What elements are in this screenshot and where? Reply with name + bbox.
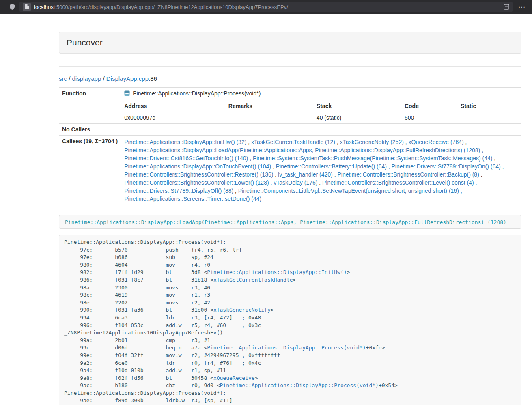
breadcrumb-separator: / xyxy=(67,75,72,82)
page-title: Puncover xyxy=(67,38,514,47)
disassembly-symbol-link[interactable]: Pinetime::Applications::DisplayApp::Proc… xyxy=(220,382,379,388)
stats-row: Address Remarks Stack Code Static 0x0000… xyxy=(59,100,521,124)
callee-link[interactable]: Pinetime::Applications::Screens::Timer::… xyxy=(124,196,261,202)
address-value: 0x0000097c xyxy=(121,112,225,124)
callee-separator: , xyxy=(233,187,238,194)
callee-link[interactable]: Pinetime::Applications::DisplayApp::OnTo… xyxy=(124,163,271,170)
callee-separator: , xyxy=(333,171,338,178)
callee-separator: , xyxy=(271,163,276,170)
shield-icon[interactable] xyxy=(9,4,15,10)
callee-link[interactable]: Pinetime::System::SystemTask::PushMessag… xyxy=(253,155,493,162)
column-stack: Stack xyxy=(313,100,401,112)
disassembly-block: Pinetime::Applications::DisplayApp::Proc… xyxy=(59,235,521,405)
function-label: Function xyxy=(59,88,121,100)
breadcrumb-link[interactable]: DisplayApp.cpp xyxy=(106,75,149,82)
callee-link[interactable]: Pinetime::Components::LittleVgl::SetNewT… xyxy=(238,187,459,194)
callee-separator: , xyxy=(335,139,340,145)
callee-link[interactable]: Pinetime::Controllers::BrightnessControl… xyxy=(322,179,474,186)
callee-separator: , xyxy=(479,171,482,178)
breadcrumb-link[interactable]: displayapp xyxy=(72,75,101,82)
function-type-icon xyxy=(124,90,130,96)
callee-separator: , xyxy=(501,163,504,170)
column-remarks: Remarks xyxy=(225,100,313,112)
main-content: Puncover src / displayapp / DisplayApp.c… xyxy=(59,32,521,405)
url-bar[interactable]: localhost:5000/path/src/displayapp/Displ… xyxy=(19,2,513,12)
static-value xyxy=(457,112,521,124)
breadcrumb: src / displayapp / DisplayApp.cpp:86 xyxy=(59,75,521,82)
callee-separator: , xyxy=(480,147,483,153)
callee-separator: , xyxy=(248,155,253,162)
callee-link[interactable]: xTaskGetCurrentTaskHandle (12) xyxy=(251,139,335,145)
function-name: Pinetime::Applications::DisplayApp::Proc… xyxy=(133,90,261,97)
no-callers-row: No Callers xyxy=(59,124,521,136)
callee-separator: , xyxy=(404,139,409,145)
remarks-value xyxy=(225,112,313,124)
code-value: 500 xyxy=(401,112,457,124)
divider xyxy=(59,66,521,67)
url-text: localhost:5000/path/src/displayapp/Displ… xyxy=(34,4,500,10)
callee-link[interactable]: Pinetime::Controllers::BrightnessControl… xyxy=(124,171,273,178)
callee-signature-box: Pinetime::Applications::DisplayApp::Load… xyxy=(59,215,521,229)
function-row: Function Pinetime::Applications::Display… xyxy=(59,88,521,100)
callee-link[interactable]: Pinetime::Applications::DisplayApp::Load… xyxy=(124,147,480,153)
callees-row: Callees (19, Σ=3704 ) Pinetime::Applicat… xyxy=(59,136,521,206)
callee-signature: Pinetime::Applications::DisplayApp::Load… xyxy=(65,219,506,225)
breadcrumb-link[interactable]: src xyxy=(59,75,67,82)
callees-list: Pinetime::Applications::DisplayApp::Init… xyxy=(124,138,518,203)
disassembly-symbol-link[interactable]: Pinetime::Applications::DisplayApp::Proc… xyxy=(207,345,366,351)
column-address: Address xyxy=(121,100,225,112)
breadcrumb-line-number: :86 xyxy=(149,75,157,82)
callee-separator: , xyxy=(492,155,495,162)
callee-link[interactable]: Pinetime::Controllers::Battery::Update()… xyxy=(276,163,387,170)
browser-toolbar: localhost:5000/path/src/displayapp/Displ… xyxy=(0,0,532,14)
page-icon[interactable] xyxy=(23,3,31,11)
callee-link[interactable]: Pinetime::Applications::DisplayApp::Init… xyxy=(124,139,246,145)
breadcrumb-separator: / xyxy=(101,75,106,82)
function-table: Function Pinetime::Applications::Display… xyxy=(59,87,521,205)
callee-separator: , xyxy=(474,179,477,186)
callee-link[interactable]: Pinetime::Drivers::Cst816S::GetTouchInfo… xyxy=(124,155,248,162)
callee-link[interactable]: xQueueReceive (764) xyxy=(409,139,464,145)
callee-separator: , xyxy=(464,139,467,145)
callee-separator: , xyxy=(246,139,251,145)
stats-values-row: 0x0000097c 40 (static) 500 xyxy=(121,112,521,124)
url-path: :5000/path/src/displayapp/DisplayApp.cpp… xyxy=(55,4,288,10)
callee-link[interactable]: xTaskGenericNotify (252) xyxy=(340,139,404,145)
callee-separator: , xyxy=(269,179,274,186)
column-code: Code xyxy=(401,100,457,112)
callees-label: Callees (19, Σ=3704 ) xyxy=(59,136,121,206)
disassembly-symbol-link[interactable]: xQueueReceive xyxy=(213,375,255,381)
callee-link[interactable]: Pinetime::Drivers::St7789::DisplayOff() … xyxy=(124,187,233,194)
callee-separator: , xyxy=(387,163,392,170)
no-callers-label: No Callers xyxy=(59,124,121,136)
callee-separator: , xyxy=(459,187,462,194)
callee-separator: , xyxy=(273,171,278,178)
disassembly-symbol-link[interactable]: xTaskGetCurrentTaskHandle xyxy=(213,277,293,283)
app-title-panel: Puncover xyxy=(59,32,521,54)
url-host: localhost xyxy=(34,4,55,10)
page-actions-menu-icon[interactable]: ⋯ xyxy=(517,4,527,11)
column-static: Static xyxy=(457,100,521,112)
disassembly-symbol-link[interactable]: xTaskGenericNotify xyxy=(213,307,271,313)
disassembly-symbol-link[interactable]: Pinetime::Applications::DisplayApp::Init… xyxy=(207,269,347,275)
callee-link[interactable]: Pinetime::Drivers::St7789::DisplayOn() (… xyxy=(392,163,501,170)
callee-link[interactable]: Pinetime::Controllers::BrightnessControl… xyxy=(337,171,479,178)
callee-link[interactable]: Pinetime::Controllers::BrightnessControl… xyxy=(124,179,269,186)
callee-separator: , xyxy=(317,179,322,186)
stats-table: Address Remarks Stack Code Static 0x0000… xyxy=(121,100,521,123)
stack-value: 40 (static) xyxy=(313,112,401,124)
callee-link[interactable]: vTaskDelay (176) xyxy=(274,179,317,186)
callee-link[interactable]: lv_task_handler (420) xyxy=(278,171,333,178)
reader-view-icon[interactable] xyxy=(504,4,509,10)
